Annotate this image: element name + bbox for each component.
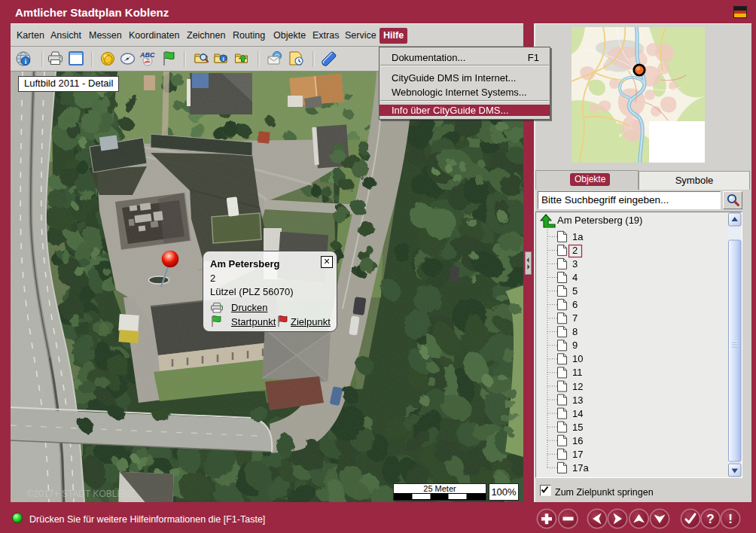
svg-text:i: i — [25, 58, 27, 65]
svg-text:10: 10 — [572, 353, 583, 364]
svg-text:ABC: ABC — [139, 51, 155, 59]
svg-text:i: i — [222, 56, 224, 62]
svg-text:12: 12 — [572, 381, 583, 392]
svg-text:14: 14 — [572, 408, 583, 419]
svg-text:7: 7 — [572, 312, 578, 324]
svg-text:13: 13 — [572, 394, 583, 406]
svg-text:6: 6 — [572, 299, 578, 310]
svg-text:?: ? — [706, 512, 714, 526]
svg-text:11: 11 — [572, 367, 583, 378]
svg-text:3: 3 — [572, 258, 578, 270]
svg-text:5: 5 — [572, 285, 578, 297]
svg-text:17a: 17a — [572, 462, 589, 474]
svg-text:8: 8 — [572, 326, 578, 337]
svg-text:17: 17 — [572, 449, 583, 460]
svg-text:15: 15 — [572, 422, 583, 433]
svg-text:!: ! — [728, 512, 733, 526]
svg-text:1a: 1a — [572, 231, 584, 242]
svg-text:2: 2 — [572, 245, 578, 256]
svg-text:9: 9 — [572, 340, 578, 351]
svg-text:©2017+ STADT KOBLENZ: ©2017+ STADT KOBLENZ — [27, 489, 135, 499]
svg-text:Am Petersberg (19): Am Petersberg (19) — [557, 215, 642, 226]
svg-text:4: 4 — [572, 272, 578, 283]
svg-text:16: 16 — [572, 435, 583, 446]
